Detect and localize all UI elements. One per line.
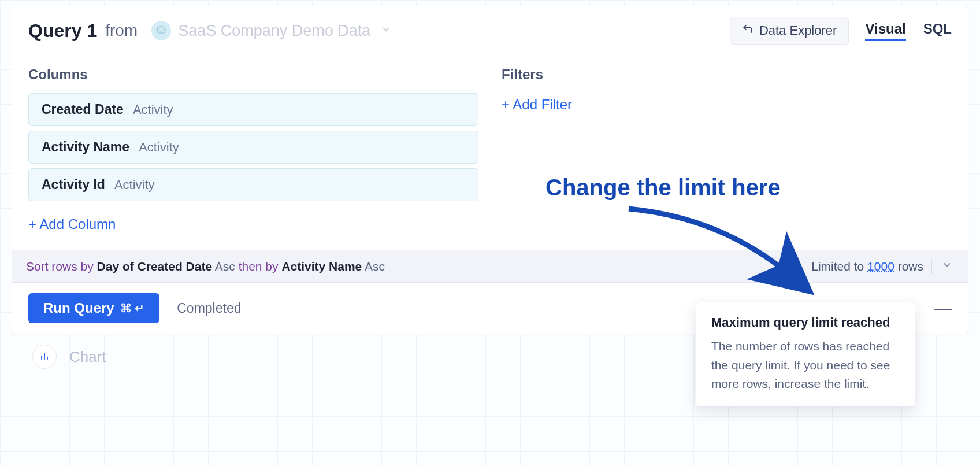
- column-pill[interactable]: Activity Name Activity: [28, 131, 478, 164]
- add-column-button[interactable]: + Add Column: [28, 216, 116, 232]
- tab-sql[interactable]: SQL: [923, 21, 952, 41]
- column-name: Activity Id: [42, 177, 105, 193]
- limit-tooltip: Maximum query limit reached The number o…: [696, 302, 915, 407]
- chevron-down-icon: [381, 24, 391, 37]
- chevron-down-icon[interactable]: [940, 259, 954, 273]
- annotation-text: Change the limit here: [545, 175, 781, 201]
- warning-icon: [790, 258, 803, 274]
- query-title[interactable]: Query 1: [28, 20, 97, 42]
- datasource-name: SaaS Company Demo Data: [178, 22, 370, 40]
- limit-value[interactable]: 1000: [867, 260, 894, 273]
- columns-title: Columns: [28, 66, 478, 83]
- run-query-button[interactable]: Run Query ⌘ ↵: [28, 293, 159, 323]
- data-explorer-button[interactable]: Data Explorer: [730, 17, 849, 45]
- run-query-label: Run Query: [43, 300, 114, 316]
- column-table: Activity: [139, 140, 179, 155]
- keyboard-shortcut: ⌘ ↵: [120, 301, 145, 315]
- tab-visual[interactable]: Visual: [865, 21, 905, 41]
- svg-rect-2: [796, 267, 797, 268]
- separator: [931, 259, 932, 274]
- column-table: Activity: [133, 102, 173, 117]
- chart-chip[interactable]: [32, 345, 57, 369]
- minimize-icon[interactable]: —: [934, 298, 952, 318]
- column-pill[interactable]: Created Date Activity: [28, 93, 478, 126]
- query-header: Query 1 from SaaS Company Demo Data Data…: [12, 6, 968, 55]
- datasource-select[interactable]: SaaS Company Demo Data: [146, 19, 397, 43]
- postgres-icon: [151, 21, 171, 40]
- mode-tabs: Visual SQL: [865, 21, 952, 41]
- data-explorer-label: Data Explorer: [759, 23, 837, 38]
- undo-icon: [742, 23, 753, 38]
- limit-summary: Limited to 1000 rows: [811, 260, 923, 273]
- tooltip-body: The number of rows has reached the query…: [711, 337, 900, 394]
- query-panel: Query 1 from SaaS Company Demo Data Data…: [12, 6, 968, 334]
- column-pill[interactable]: Activity Id Activity: [28, 168, 478, 201]
- column-name: Activity Name: [42, 139, 129, 155]
- tooltip-title: Maximum query limit reached: [711, 315, 900, 330]
- bar-chart-icon: [39, 350, 50, 364]
- add-filter-button[interactable]: + Add Filter: [502, 97, 572, 113]
- svg-rect-1: [796, 263, 797, 267]
- query-body: Columns Created Date Activity Activity N…: [12, 55, 968, 250]
- chart-label[interactable]: Chart: [69, 348, 106, 366]
- sort-summary[interactable]: Sort rows by Day of Created Date Asc the…: [26, 260, 385, 273]
- query-status: Completed: [177, 301, 241, 316]
- sort-limit-bar: Sort rows by Day of Created Date Asc the…: [12, 250, 968, 283]
- column-table: Activity: [114, 177, 155, 193]
- columns-section: Columns Created Date Activity Activity N…: [28, 66, 478, 232]
- filters-section: Filters + Add Filter: [502, 66, 952, 232]
- from-label: from: [105, 21, 138, 40]
- filters-title: Filters: [502, 66, 952, 83]
- svg-point-0: [158, 27, 165, 29]
- column-name: Created Date: [42, 102, 124, 117]
